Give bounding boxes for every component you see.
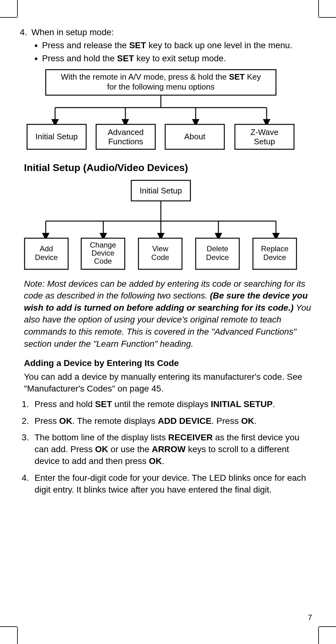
ok-key: OK: [59, 416, 72, 426]
box-add-device: Add: [40, 244, 53, 253]
initial-setup-diagram: Initial Setup Add Device Change Device C…: [24, 179, 312, 272]
box-view-code: View: [152, 244, 168, 253]
txt: key to exit setup mode.: [134, 53, 226, 63]
box-change-device-code: Change: [90, 241, 116, 249]
step-4-sub: Press and release the SET key to back up…: [42, 39, 312, 64]
svg-text:Device: Device: [206, 253, 229, 262]
svg-text:for the following menu options: for the following menu options: [107, 82, 214, 91]
svg-text:Device: Device: [91, 249, 114, 257]
arrow-key: ARROW: [152, 444, 186, 454]
menu-diagram-1: With the remote in A/V mode, press & hol…: [24, 68, 312, 155]
txt: key to back up one level in the menu.: [146, 40, 292, 50]
svg-text:Setup: Setup: [254, 137, 275, 146]
box-delete-device: Delete: [207, 244, 228, 253]
svg-text:Code: Code: [151, 253, 169, 262]
add-device-key: ADD DEVICE: [158, 416, 212, 426]
step-4: When in setup mode: Press and release th…: [30, 26, 312, 64]
note-paragraph: Note: Most devices can be added by enter…: [24, 278, 312, 350]
txt: Press and hold the: [42, 53, 117, 63]
step-4-bullet-1: Press and release the SET key to back up…: [42, 39, 312, 51]
step-4-bullet-2: Press and hold the SET key to exit setup…: [42, 53, 312, 64]
adding-device-steps: Press and hold SET until the remote disp…: [31, 398, 312, 496]
box-zwave-setup: Z-Wave: [250, 127, 278, 137]
ok-key: OK: [95, 444, 108, 454]
set-key: SET: [117, 53, 134, 63]
initial-setup-key: INITIAL SETUP: [211, 399, 273, 409]
box-initial-setup-root: Initial Setup: [140, 186, 182, 195]
box-replace-device: Replace: [261, 244, 288, 253]
adding-device-heading: Adding a Device by Entering Its Code: [24, 357, 312, 369]
setup-mode-list: When in setup mode: Press and release th…: [30, 26, 312, 64]
step-3: The bottom line of the display lists REC…: [31, 432, 312, 467]
ok-key: OK: [149, 456, 162, 466]
svg-text:Functions: Functions: [108, 137, 143, 146]
svg-text:Device: Device: [35, 253, 58, 262]
box-advanced-functions: Advanced: [108, 127, 144, 137]
svg-text:With the remote in A/V mode, p: With the remote in A/V mode, press & hol…: [61, 72, 261, 81]
step-4: Enter the four-digit code for your devic…: [31, 472, 312, 496]
adding-device-intro: You can add a device by manually enterin…: [24, 371, 312, 395]
box-initial-setup: Initial Setup: [35, 132, 78, 141]
step-4-intro: When in setup mode:: [31, 27, 114, 37]
svg-text:Code: Code: [94, 257, 112, 265]
txt: Press and release the: [42, 40, 129, 50]
set-key: SET: [129, 40, 146, 50]
box-about: About: [184, 132, 206, 141]
step-1: Press and hold SET until the remote disp…: [31, 398, 312, 410]
set-key: SET: [95, 399, 112, 409]
page-number: 7: [308, 613, 312, 622]
section-heading: Initial Setup (Audio/Video Devices): [24, 161, 312, 174]
step-2: Press OK. The remote displays ADD DEVICE…: [31, 415, 312, 427]
svg-text:Device: Device: [263, 253, 286, 262]
receiver-key: RECEIVER: [168, 433, 213, 442]
ok-key: OK: [241, 416, 254, 426]
